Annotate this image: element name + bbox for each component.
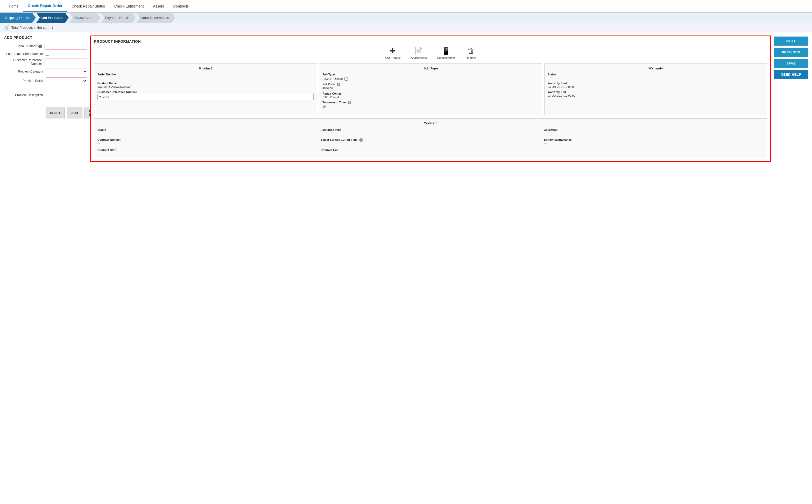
warranty-status-field-name: Status [548,73,764,76]
previous-button[interactable]: PREVIOUS [774,48,808,57]
step-payment-details[interactable]: Payment Details [101,13,136,23]
need-help-button[interactable]: NEED HELP [774,70,808,79]
customer-ref-label: Customer Reference Number [4,58,45,66]
configurations-action[interactable]: 📱 Configurations [437,47,455,59]
customer-ref-row: Customer Reference Number [4,58,87,66]
warranty-end-field-name: Warranty End [548,90,764,94]
add-button[interactable]: ADD [67,108,82,118]
add-product-icon: ✚ [390,47,396,55]
contract-service-cutoff-name: Select Service Cut-off Time i [321,138,541,142]
problem-detail-select[interactable] [46,77,87,84]
net-price-info-icon[interactable]: i [337,83,340,86]
main-content: ADD PRODUCT Serial Number i I don't have… [0,32,812,165]
reset-button[interactable]: RESET [46,108,65,118]
contract-collection-field: Collection — [544,128,764,135]
serial-number-field-name: Serial Number [97,73,314,76]
turnaround-field-name: Turnaround Time i [322,101,539,104]
step-shipping-details[interactable]: Shipping Details [0,13,36,23]
attachments-action-label: Attachments [411,56,427,59]
customer-ref-field-name: Customer Reference Number [97,90,314,94]
contract-battery-maintenance-name: Battery Maintenance [544,138,764,141]
attachments-action[interactable]: 📄 Attachments [411,47,427,59]
configurations-icon: 📱 [442,47,451,55]
problem-description-textarea[interactable] [46,87,87,103]
serial-number-input[interactable] [45,43,87,49]
serial-number-info-icon[interactable]: i [38,45,42,48]
serial-number-field-value [97,76,314,80]
product-card-title: Product [97,66,314,70]
top-navigation: Home Create Repair Order Check Repair St… [0,0,812,13]
no-serial-row: I don't have Serial Number [4,52,87,56]
add-product-panel: ADD PRODUCT Serial Number i I don't have… [4,36,87,162]
warranty-card-title: Warranty [548,66,764,70]
dispute-checkbox[interactable] [344,77,348,81]
contract-start-field: Contract Start — [97,148,317,155]
problem-category-row: Problem Category [4,68,87,75]
customer-ref-field-input[interactable] [97,94,314,100]
problem-description-label: Problem Description [4,93,46,97]
problem-category-select[interactable] [46,68,87,75]
contract-battery-maintenance-value: — [544,142,764,145]
contract-end-field: Contract End — [321,148,541,155]
action-buttons: RESET ADD BULK LOAD [4,108,87,118]
contract-status-field: Status — [97,128,317,135]
contract-section: Contract Status — Exchange Type — Collec… [94,118,767,158]
remove-action-label: Remove [466,56,476,59]
cart-icon: 🛒 [4,25,9,30]
net-price-field-value: €840.80 [322,87,539,90]
contract-exchange-type-name: Exchange Type [321,128,541,131]
problem-description-row: Problem Description [4,87,87,103]
problem-category-label: Problem Category [4,70,46,73]
net-price-field-name: Net Price i [322,83,539,86]
nav-create-repair-order[interactable]: Create Repair Order [23,0,67,12]
warranty-status-field-value [548,76,764,80]
serial-number-label: Serial Number i [4,44,45,48]
configurations-action-label: Configurations [437,56,455,59]
nav-check-entitlement[interactable]: Check Entitlement [110,1,149,12]
contract-status-name: Status [97,128,317,131]
contract-service-cutoff-value: — [321,142,541,145]
serial-number-row: Serial Number i [4,43,87,49]
warranty-end-field-value: 03-Oct-2014 12:00:00 [548,94,764,97]
problem-detail-label: Problem Detail [4,79,46,83]
warranty-card: Warranty Status Warranty Start 03-Oct-20… [544,63,767,115]
turnaround-info-icon[interactable]: i [348,101,351,104]
add-product-action[interactable]: ✚ Add Product [385,47,401,59]
warranty-start-field-name: Warranty Start [548,82,764,85]
repair-center-field-name: Repair Center [322,92,539,95]
dispute-label: Dispute [334,77,343,80]
product-name-field-value: MC9190-GA0SWJQA6WR [97,85,314,88]
job-type-card: Job Type Job Type Billable Dispute Net P… [319,63,542,115]
remove-action[interactable]: 🗑 Remove [466,47,476,59]
job-type-value: Billable [322,77,331,81]
save-button[interactable]: SAVE [774,59,808,68]
no-serial-label: I don't have Serial Number [4,52,46,56]
contract-section-title: Contract [97,121,764,125]
step-add-products[interactable]: Add Products [36,13,69,23]
product-info-title: PRODUCT INFORMATION [94,39,767,44]
contract-end-name: Contract End [321,148,541,152]
step-order-confirmation[interactable]: Order Confirmation [136,13,175,23]
nav-home[interactable]: Home [4,1,23,12]
step-review-cart[interactable]: Review Cart [69,13,100,23]
contract-exchange-type-value: — [321,132,541,135]
job-type-field-name: Job Type [322,73,539,76]
contract-collection-name: Collection [544,128,764,131]
step-bar: Shipping Details Add Products Review Car… [0,13,812,23]
nav-assets[interactable]: Assets [148,1,168,12]
job-type-card-title: Job Type [322,66,539,70]
nav-check-repair-status[interactable]: Check Repair Status [67,1,109,12]
contract-grid: Status — Exchange Type — Collection — Co… [97,128,764,155]
contract-number-value: — [97,142,317,145]
add-product-action-label: Add Product [385,56,401,59]
service-cutoff-info-icon[interactable]: i [359,138,363,142]
customer-ref-input[interactable] [45,59,87,65]
job-type-row: Billable Dispute [322,77,539,81]
next-button[interactable]: NEXT [774,37,808,46]
turnaround-field-value: 10 [322,105,539,108]
cart-total-text: Total Products in the cart : 1 [11,26,53,30]
add-product-title: ADD PRODUCT [4,36,87,40]
nav-contracts[interactable]: Contracts [168,1,193,12]
no-serial-checkbox[interactable] [46,52,49,56]
contract-battery-maintenance-field: Battery Maintenance — [544,138,764,145]
